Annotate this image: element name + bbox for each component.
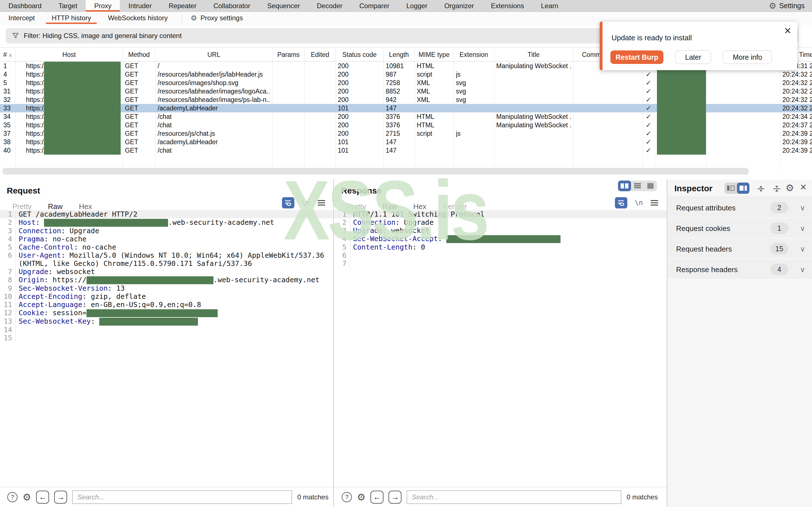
request-search-input[interactable] xyxy=(72,490,292,504)
editor-line: 1HTTP/1.1 101 Switching Protocol xyxy=(335,210,667,218)
table-row[interactable]: 32https://GET/resources/labheader/images… xyxy=(0,96,812,104)
menu-tab-comparer[interactable]: Comparer xyxy=(351,0,398,11)
table-row[interactable]: 31https://GET/resources/labheader/images… xyxy=(0,87,812,96)
section-label: Request cookies xyxy=(676,224,730,233)
cell-time: 20:24:37 2 xyxy=(782,121,812,129)
column-header--[interactable]: #∧ xyxy=(0,48,15,62)
column-header-host[interactable]: Host xyxy=(15,48,123,62)
menu-tab-sequencer[interactable]: Sequencer xyxy=(259,0,308,11)
menu-tab-intruder[interactable]: Intruder xyxy=(120,0,160,11)
response-search-input[interactable] xyxy=(407,490,621,504)
inspector-section-request-attributes[interactable]: Request attributes2∨ xyxy=(668,198,812,218)
response-inspector-divider[interactable] xyxy=(667,180,667,507)
column-header-mime-type[interactable]: MIME type xyxy=(414,48,454,62)
inspector-section-response-headers[interactable]: Response headers4∨ xyxy=(668,259,812,280)
text-segment: HTTP/1.1 101 Switching Protocol xyxy=(353,210,485,218)
column-header-extension[interactable]: Extension xyxy=(454,48,494,62)
search-settings-gear-icon[interactable]: ⚙ xyxy=(22,492,31,503)
word-wrap-icon[interactable] xyxy=(282,197,294,209)
inspector-close-icon[interactable]: × xyxy=(800,182,806,191)
inspector-left-view-button[interactable] xyxy=(725,182,737,194)
line-number: 6 xyxy=(0,251,16,268)
proxy-settings-button[interactable]: ⚙ Proxy settings xyxy=(188,12,246,24)
menu-tab-repeater[interactable]: Repeater xyxy=(160,0,205,11)
line-content xyxy=(350,251,667,260)
menu-tab-collaborator[interactable]: Collaborator xyxy=(205,0,259,11)
inspector-right-view-button[interactable] xyxy=(737,182,749,194)
columns-layout-button[interactable] xyxy=(618,180,631,191)
cell-time: 20:24:39 2 xyxy=(782,138,812,146)
prev-match-button[interactable]: ← xyxy=(370,491,384,504)
more-info-button[interactable]: More info xyxy=(723,50,772,64)
column-header-title[interactable]: Title xyxy=(494,48,573,62)
settings-area[interactable]: ⚙ Settings xyxy=(769,0,812,11)
subtab-intercept[interactable]: Intercept xyxy=(0,12,43,24)
request-match-count: 0 matches xyxy=(297,493,328,501)
table-row[interactable]: 34https://GET/chat2003376HTMLManipulatin… xyxy=(0,112,812,121)
editor-line: 8Origin: https://.web-security-academy.n… xyxy=(0,276,333,284)
column-header-edited[interactable]: Edited xyxy=(305,48,336,62)
request-editor-icons: \n xyxy=(282,197,326,209)
cell-length: 942 xyxy=(386,96,412,104)
inspector-section-request-cookies[interactable]: Request cookies1∨ xyxy=(668,218,812,238)
editor-menu-icon[interactable] xyxy=(317,200,326,206)
word-wrap-icon[interactable] xyxy=(615,197,627,209)
later-button[interactable]: Later xyxy=(675,50,711,64)
editor-menu-icon[interactable] xyxy=(650,200,659,206)
next-match-button[interactable]: → xyxy=(389,491,402,504)
search-settings-gear-icon[interactable]: ⚙ xyxy=(357,492,365,503)
menu-tab-extensions[interactable]: Extensions xyxy=(483,0,532,11)
newline-toggle-icon[interactable]: \n xyxy=(635,199,643,207)
menu-tab-dashboard[interactable]: Dashboard xyxy=(0,0,50,11)
menu-tab-organizer[interactable]: Organizer xyxy=(436,0,483,11)
table-row[interactable]: 4https://GET/resources/labheader/js/labH… xyxy=(0,70,812,78)
close-icon[interactable]: × xyxy=(784,24,791,38)
table-row[interactable]: 33https://GET/academyLabHeader101147✓20:… xyxy=(0,104,812,112)
response-raw-editor[interactable]: 1HTTP/1.1 101 Switching Protocol2Connect… xyxy=(335,210,667,487)
rows-layout-button[interactable] xyxy=(631,180,644,191)
response-panel: Response PrettyRawHexRender \n 1HTTP/1.1… xyxy=(335,180,667,507)
cell-mime: XML xyxy=(417,87,452,96)
column-header-status-code[interactable]: Status code xyxy=(336,48,384,62)
subtab-http-history[interactable]: HTTP history xyxy=(43,12,100,24)
expand-all-icon[interactable] xyxy=(757,185,765,193)
help-icon[interactable]: ? xyxy=(342,492,352,502)
menu-tab-proxy[interactable]: Proxy xyxy=(86,0,120,11)
column-header-params[interactable]: Params xyxy=(272,48,305,62)
ip-redaction xyxy=(657,96,706,104)
restart-burp-button[interactable]: Restart Burp xyxy=(610,50,663,64)
column-header-length[interactable]: Length xyxy=(384,48,414,62)
inspector-gear-icon[interactable]: ⚙ xyxy=(785,183,794,193)
editor-line: 2Host: .web-security-academy.net xyxy=(0,218,333,227)
text-segment: : en-GB,en-US;q=0.9,en;q=0.8 xyxy=(82,300,201,309)
next-match-button[interactable]: → xyxy=(54,491,67,504)
column-header-url[interactable]: URL xyxy=(155,48,272,62)
subtab-websockets-history[interactable]: WebSockets history xyxy=(100,12,176,24)
menu-tab-target[interactable]: Target xyxy=(50,0,86,11)
collapse-all-icon[interactable] xyxy=(772,185,781,193)
menu-tab-decoder[interactable]: Decoder xyxy=(308,0,351,11)
single-layout-button[interactable] xyxy=(644,180,657,191)
table-row[interactable]: 40https://GET/chat101147✓20:24:39 2 xyxy=(0,146,812,155)
table-row[interactable]: 5https://GET/resources/images/shop.svg20… xyxy=(0,78,812,87)
horizontal-scrollbar[interactable] xyxy=(2,168,749,175)
inspector-section-request-headers[interactable]: Request headers15∨ xyxy=(668,238,812,259)
prev-match-button[interactable]: ← xyxy=(36,491,49,504)
newline-toggle-icon[interactable]: \n xyxy=(302,199,310,207)
table-row[interactable]: 35https://GET/chat2003376HTMLManipulatin… xyxy=(0,121,812,129)
help-icon[interactable]: ? xyxy=(7,492,17,502)
table-row[interactable]: 37https://GET/resources/js/chat.js200271… xyxy=(0,129,812,138)
section-count-badge: 15 xyxy=(770,243,788,255)
menu-tab-logger[interactable]: Logger xyxy=(398,0,436,11)
host-redaction xyxy=(44,104,121,112)
column-header-time[interactable]: Time xyxy=(799,48,812,62)
text-segment: : xyxy=(438,235,446,243)
request-response-divider[interactable] xyxy=(333,180,334,507)
cell-title xyxy=(496,138,572,146)
host-redaction xyxy=(44,121,121,129)
request-raw-editor[interactable]: 1GET /academyLabHeader HTTP/22Host: .web… xyxy=(0,210,333,487)
column-header-method[interactable]: Method xyxy=(123,48,155,62)
table-row[interactable]: 38https://GET/academyLabHeader101147✓20:… xyxy=(0,138,812,146)
line-number: 11 xyxy=(0,300,16,309)
menu-tab-learn[interactable]: Learn xyxy=(532,0,567,11)
